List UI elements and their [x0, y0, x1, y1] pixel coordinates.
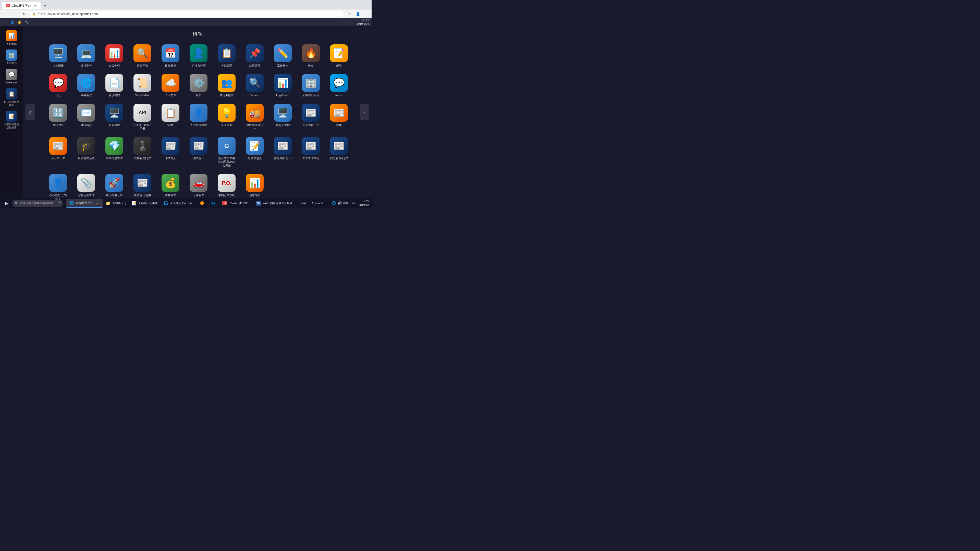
app-item-xinxihuaguanli[interactable]: 🖥️ 信息化管理 [271, 102, 294, 133]
app-item-gerenwenjian[interactable]: ☁️ 个人文件 [159, 72, 182, 99]
forward-btn[interactable]: → [11, 11, 18, 17]
app-item-kongzhi[interactable]: 🖥️ 控制面板 [47, 42, 70, 69]
app-icon-wangluohuiyi: 🌐 [77, 74, 95, 92]
menu-btn[interactable]: ⋮ [363, 11, 369, 17]
app-item-redian[interactable]: 🔥 热点 [299, 42, 322, 69]
app-item-zhishiguanli[interactable]: 📰 知识管理系统 [299, 135, 322, 169]
app-icon-caigouding: P.O. [218, 174, 235, 192]
app-item-jifenguanli[interactable]: 📰 积分管理-门户 [328, 135, 350, 169]
toolbar-icon-1[interactable]: 👤 [10, 20, 15, 25]
address-bar[interactable]: 🔒 不安全 dev.o2server.io/x_desktop/index.ht… [30, 11, 344, 17]
app-item-wangluohuiyi[interactable]: 🌐 网络会议 [75, 72, 98, 99]
app-item-naotu[interactable]: ⚙️ 脑图 [187, 72, 210, 99]
active-tab[interactable]: O o2oa开发平台 ✕ [2, 2, 41, 9]
app-item-kaoqin[interactable]: 📋 考勤管理 [215, 42, 238, 69]
sidebar-item-duolietest[interactable]: 📊 多列测试 [1, 29, 22, 47]
app-item-yuantong[interactable]: 📰 元亨通信门户 [299, 102, 322, 133]
app-item-shitutongji[interactable]: 📰 视图统计使用 [131, 172, 154, 203]
app-item-weixin[interactable]: 💬 Weixin [328, 72, 350, 99]
app-item-gongzuo[interactable]: ✏️ 工作报告 [271, 42, 294, 69]
bookmark-btn[interactable]: ☆ [346, 11, 353, 17]
app-item-fuwuguanli[interactable]: 🖥️ 服务管理 [103, 102, 126, 133]
app-label-scripteditor: ScriptEditor [135, 94, 150, 97]
start-button[interactable]: ⊞ [2, 199, 11, 208]
app-icon-sheji: 💻 [77, 44, 95, 62]
app-item-cheliang[interactable]: 🚗 车辆管理 [187, 172, 210, 203]
app-icon-logviewer: 📊 [274, 74, 292, 92]
app-item-xinxi[interactable]: 🔍 信息平台 [131, 42, 154, 69]
nav-arrow-right[interactable]: › [360, 104, 369, 120]
app-item-zhanlueguanli[interactable]: ♟️ 战略管理门户 [131, 135, 154, 169]
app-item-dangjian[interactable]: 📰 党建 [328, 102, 350, 133]
new-tab-btn[interactable]: + [42, 3, 48, 9]
sidebar-item-neibushenpi[interactable]: 📝 内部申报流程起起的啥 [1, 109, 22, 130]
app-item-cedaoru[interactable]: 📰 测试导入 [159, 135, 182, 169]
app-item-message2[interactable]: ✉️ Message [75, 102, 98, 133]
app-item-yidongbangong[interactable]: 👤 移动办公门户-李义 [47, 172, 70, 203]
app-item-zhejiang[interactable]: G 浙江省机关事务管理局OA办公系统 [215, 135, 238, 169]
app-item-caiwuguanli[interactable]: 💰 财务管理 [159, 172, 182, 203]
app-icon-naotu: ⚙️ [189, 74, 207, 92]
app-item-hangtian[interactable]: 🚀 航天控股公司门户 [103, 172, 126, 203]
app-item-search[interactable]: 🔍 Search [243, 72, 266, 99]
toolbar-menu-icon[interactable]: ☰ [3, 20, 8, 25]
app-item-cetongji[interactable]: 📰 测试统计 [187, 135, 210, 169]
app-item-lingdaobangong[interactable]: 📊 领导办公 [243, 172, 266, 203]
app-item-selector[interactable]: 🔢 Selector [47, 102, 70, 133]
app-label-shitutongji: 视图统计使用 [134, 193, 151, 197]
app-grid: 🖥️ 控制面板 💻 设计中心 📊 办公中心 🔍 信息平台 📅 日程安排 👤 [34, 42, 361, 203]
toolbar-icon-3[interactable]: 🔧 [24, 20, 29, 25]
app-item-qiyechuangxin[interactable]: 💡 企业创新 [215, 102, 238, 133]
app-item-logviewer[interactable]: 📊 LogViewer [271, 72, 294, 99]
app-item-peixun[interactable]: 🎓 培训管理系统 [75, 135, 98, 169]
app-label-yuantong: 元亨通信门户 [302, 123, 319, 127]
reload-btn[interactable]: ↻ [21, 11, 27, 17]
app-item-zhanlue[interactable]: 📌 战略管理 [243, 42, 266, 69]
app-item-renliziyuan[interactable]: 👤 人力资源管理 [187, 102, 210, 133]
app-icon-zhixingpeizhi: 👥 [218, 74, 235, 92]
app-item-shichang[interactable]: 💎 市场信息管理 [103, 135, 126, 169]
app-item-richeng[interactable]: 📅 日程安排 [159, 42, 182, 69]
app-icon-yidongbangong: 👤 [49, 174, 67, 192]
toolbar-icon-2[interactable]: 🔔 [17, 20, 22, 25]
app-item-luntan[interactable]: 💬 论坛 [47, 72, 70, 99]
app-icon-o2oaapi: API [134, 104, 151, 122]
account-btn[interactable]: 👤 [354, 11, 361, 17]
app-item-huiyiguanli[interactable]: 📄 会议管理 [103, 72, 126, 99]
app-label-xinxi: 信息平台 [137, 64, 148, 67]
sidebar-item-jifen[interactable]: 📋 积分管理信息发布 [1, 87, 22, 108]
app-item-testtt[interactable]: 📋 testtt [159, 102, 182, 133]
nav-arrow-left[interactable]: ‹ [25, 104, 35, 120]
app-item-bangong[interactable]: 📊 办公中心 [103, 42, 126, 69]
app-item-gongyingshang[interactable]: 🚚 供应商渠道门户 [243, 102, 266, 133]
app-icon-cedaoru: 📰 [162, 137, 180, 155]
back-btn[interactable]: ← [2, 11, 9, 17]
app-item-renlianshezhi[interactable]: 🏢 人脸识别设置 [299, 72, 322, 99]
app-item-zhixingpeizhi[interactable]: 👥 执行力配置 [215, 72, 238, 99]
sidebar-icon-officecenter: 🏢 [6, 49, 17, 61]
app-icon-shitutongji: 📰 [134, 174, 151, 192]
app-item-caigouding[interactable]: P.O. 采购订单系统 [215, 172, 238, 203]
sidebar-icon-neibushenpi: 📝 [6, 111, 17, 122]
app-icon-richeng: 📅 [162, 44, 180, 62]
lock-icon: 🔒 [32, 12, 36, 16]
app-label-dangjian: 党建 [336, 123, 342, 127]
app-item-fengongsi[interactable]: 📰 分公司门户 [47, 135, 70, 169]
app-icon-kongzhi: 🖥️ [49, 44, 67, 62]
app-icon-qiyechuangxin: 💡 [218, 104, 235, 122]
app-item-scripteditor[interactable]: 📜 ScriptEditor [131, 72, 154, 99]
sidebar-label-duolietest: 多列测试 [6, 42, 17, 45]
sidebar-item-message[interactable]: 💬 Message [1, 67, 22, 86]
sidebar-item-officecenter[interactable]: 🏢 办公中心 [1, 48, 22, 66]
app-item-zhixingli[interactable]: 👤 执行力管理 [187, 42, 210, 69]
app-item-bianjian[interactable]: 📝 便签 [328, 42, 350, 69]
tab-close-btn[interactable]: ✕ [34, 3, 37, 8]
app-label-kaoqin: 考勤管理 [221, 64, 232, 67]
app-item-shengzhiju[interactable]: 📰 省直局-钉钉H5 [271, 135, 294, 169]
app-label-xinxihuaguanli: 信息化管理 [276, 123, 290, 127]
app-item-zonghequanqin[interactable]: 📎 综合后勤管理 [75, 172, 98, 203]
app-item-sheji[interactable]: 💻 设计中心 [75, 42, 98, 69]
app-item-o2oaapi[interactable]: API O2OA开发API手册 [131, 102, 154, 133]
app-icon-fengongsi: 📰 [49, 137, 67, 155]
app-item-denglu[interactable]: 📝 登陆注册页 [243, 135, 266, 169]
